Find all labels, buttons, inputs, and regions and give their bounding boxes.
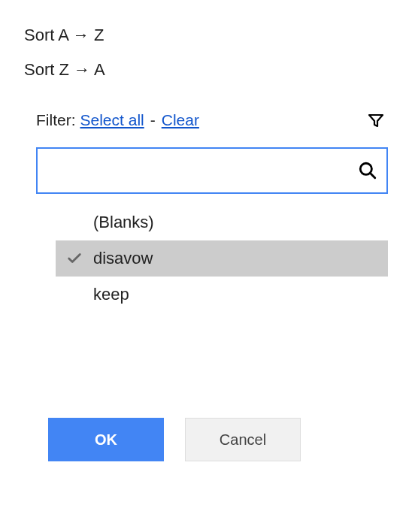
- svg-line-1: [370, 173, 375, 178]
- filter-section: Filter: Select all - Clear (Blanks): [24, 108, 388, 461]
- clear-link[interactable]: Clear: [162, 111, 199, 129]
- option-label: keep: [93, 285, 129, 304]
- cancel-button[interactable]: Cancel: [185, 418, 301, 461]
- option-label: disavow: [93, 249, 153, 268]
- filter-header: Filter: Select all - Clear: [36, 108, 388, 132]
- filter-label: Filter:: [36, 111, 76, 129]
- filter-separator: -: [150, 111, 156, 129]
- filter-header-left: Filter: Select all - Clear: [36, 111, 199, 129]
- select-all-link[interactable]: Select all: [80, 111, 144, 129]
- ok-button[interactable]: OK: [48, 418, 164, 461]
- sort-z-to-a[interactable]: Sort Z → A: [24, 53, 388, 87]
- button-row: OK Cancel: [36, 418, 388, 461]
- sort-a-to-z[interactable]: Sort A → Z: [24, 18, 388, 53]
- filter-search-input[interactable]: [36, 147, 388, 194]
- check-icon: [66, 250, 93, 267]
- filter-options-list: (Blanks) disavow keep: [36, 204, 388, 313]
- search-icon: [358, 161, 377, 180]
- option-label: (Blanks): [93, 213, 154, 232]
- filter-option-blanks[interactable]: (Blanks): [56, 204, 388, 240]
- filter-icon[interactable]: [364, 108, 388, 132]
- search-wrapper: [36, 147, 388, 194]
- filter-option-keep[interactable]: keep: [56, 277, 388, 313]
- filter-option-disavow[interactable]: disavow: [56, 240, 388, 277]
